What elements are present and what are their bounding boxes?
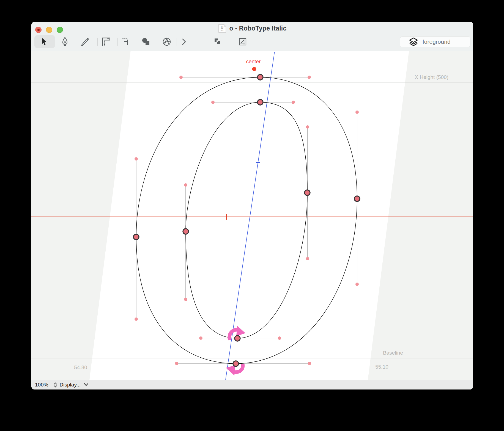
offcurve-point[interactable] <box>308 362 311 365</box>
ruler-icon <box>102 37 110 46</box>
display-menu[interactable]: Display... <box>60 382 81 388</box>
toolbar: foreground <box>31 35 473 51</box>
zoom-stepper-icon[interactable] <box>54 382 57 388</box>
chevron-right-icon <box>181 38 187 46</box>
shapes-icon <box>141 37 150 46</box>
x-height-label: X Height (500) <box>415 74 448 80</box>
offcurve-point[interactable] <box>278 336 281 340</box>
offcurve-point[interactable] <box>175 362 178 365</box>
offcurve-point[interactable] <box>135 157 138 161</box>
measure-tool-button[interactable] <box>100 36 111 47</box>
right-sidebearing-value: 55.10 <box>375 364 388 370</box>
center-label: center <box>246 59 261 64</box>
offcurve-point[interactable] <box>184 298 187 301</box>
toolbar-divider <box>177 38 177 46</box>
knife-tool-button[interactable] <box>80 36 91 47</box>
layer-name-label: foreground <box>423 38 451 45</box>
glyph-editor-window: U UFO o - RoboType Italic <box>31 22 473 389</box>
selection-tool-button[interactable] <box>39 36 50 47</box>
corner-tool-button[interactable] <box>119 36 130 47</box>
pen-nib-icon <box>62 37 68 46</box>
offcurve-point[interactable] <box>199 336 202 340</box>
offcurve-point[interactable] <box>355 110 359 114</box>
oncurve-point[interactable] <box>233 361 239 366</box>
glyph-canvas-area[interactable]: center X Height (500) Baseline 54.80 55.… <box>31 51 473 380</box>
transform-tool-button[interactable] <box>161 36 172 47</box>
ufo-document-icon: U UFO <box>218 24 226 33</box>
offcurve-point[interactable] <box>135 317 138 321</box>
offcurve-point[interactable] <box>308 76 311 79</box>
offcurve-point[interactable] <box>211 101 215 104</box>
toolbar-divider <box>135 38 135 46</box>
layer-selector-button[interactable]: foreground <box>400 36 470 47</box>
cursor-arrow-icon <box>41 37 48 46</box>
oncurve-point[interactable] <box>258 100 263 105</box>
merge-tool-button[interactable] <box>212 36 223 47</box>
knife-icon <box>81 37 89 46</box>
more-tools-button[interactable] <box>179 36 190 47</box>
offcurve-point[interactable] <box>306 125 309 129</box>
offcurve-point[interactable] <box>184 183 187 187</box>
zoom-level[interactable]: 100% <box>35 382 48 388</box>
toolbar-divider <box>97 38 98 46</box>
offcurve-point[interactable] <box>355 283 359 286</box>
oncurve-point[interactable] <box>354 196 360 201</box>
oncurve-point[interactable] <box>235 336 240 341</box>
svg-text:UFO: UFO <box>220 30 224 32</box>
merge-squares-icon <box>213 38 222 46</box>
window-title: o - RoboType Italic <box>229 25 287 32</box>
toolbar-divider <box>76 38 76 46</box>
baseline-label: Baseline <box>383 350 403 356</box>
pen-tool-button[interactable] <box>59 36 70 47</box>
toolbar-divider <box>117 38 118 46</box>
offcurve-point[interactable] <box>292 101 295 104</box>
left-sidebearing-value: 54.80 <box>74 364 87 370</box>
oncurve-point[interactable] <box>183 229 188 234</box>
corner-icon <box>121 38 129 46</box>
oncurve-point[interactable] <box>133 234 139 240</box>
layers-icon <box>409 37 418 46</box>
oncurve-point[interactable] <box>258 74 263 80</box>
offcurve-point[interactable] <box>179 76 183 79</box>
flip-preview-tool-button[interactable] <box>237 36 248 47</box>
status-bar: 100% Display... <box>31 380 473 389</box>
offcurve-point[interactable] <box>306 257 309 260</box>
svg-text:U: U <box>221 25 223 29</box>
transform-anarchy-icon <box>162 37 171 46</box>
shapes-tool-button[interactable] <box>140 36 151 47</box>
title-bar: U UFO o - RoboType Italic <box>31 22 473 35</box>
center-point-dot[interactable] <box>252 67 256 71</box>
oncurve-point[interactable] <box>305 190 310 195</box>
chevron-down-icon[interactable] <box>84 382 89 387</box>
flip-glyph-icon <box>239 38 247 46</box>
toolbar-divider <box>157 38 157 46</box>
